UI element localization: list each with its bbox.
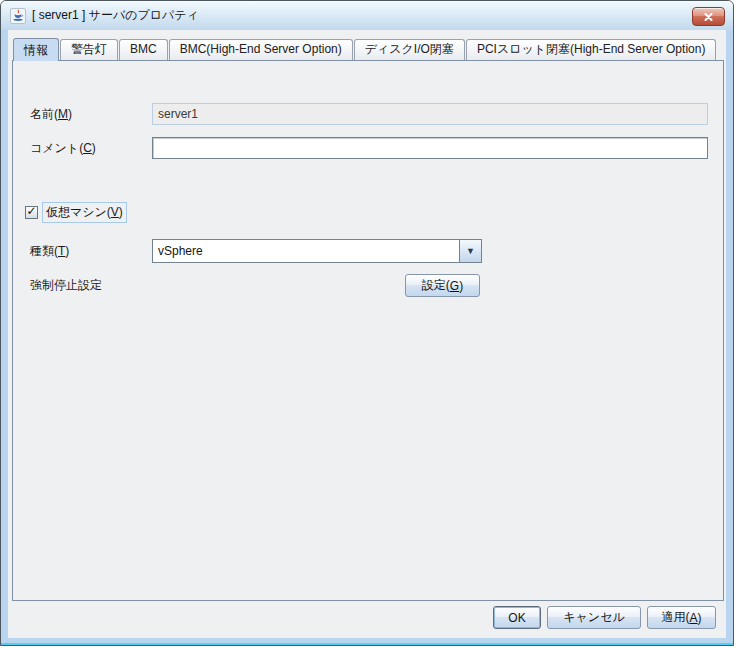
combo-arrow-button[interactable]: ▼ — [459, 240, 481, 262]
type-label: 種類(T) — [30, 239, 69, 263]
name-input — [152, 103, 708, 125]
check-icon: ✓ — [26, 205, 36, 217]
apply-button[interactable]: 適用(A) — [647, 606, 716, 629]
tab-pci-slot-blockage[interactable]: PCIスロット閉塞(High-End Server Option) — [466, 39, 717, 60]
tab-bmc[interactable]: BMC — [119, 39, 168, 60]
server-properties-window: [ server1 ] サーバのプロパティ 情報 警告灯 BMC BMC(Hig… — [0, 0, 734, 646]
virtual-machine-checkbox-label[interactable]: 仮想マシン(V) — [42, 202, 127, 223]
tab-panel-info: 名前(M) コメント(C) ✓ 仮想マシン(V) 種類(T) vSphere ▼… — [12, 60, 724, 601]
tab-bmc-high-end[interactable]: BMC(High-End Server Option) — [169, 39, 353, 60]
combo-arrow-icon: ▼ — [466, 246, 475, 256]
tab-bar: 情報 警告灯 BMC BMC(High-End Server Option) デ… — [13, 38, 717, 61]
close-button[interactable] — [692, 7, 725, 26]
titlebar: [ server1 ] サーバのプロパティ — [1, 1, 733, 30]
tab-info[interactable]: 情報 — [13, 38, 59, 61]
dialog-content: 情報 警告灯 BMC BMC(High-End Server Option) デ… — [8, 30, 726, 638]
java-cup-icon — [10, 8, 26, 24]
tab-disk-io-blockage[interactable]: ディスクI/O閉塞 — [354, 39, 465, 60]
forced-stop-settings-button[interactable]: 設定(G) — [405, 274, 480, 297]
name-label: 名前(M) — [30, 103, 72, 125]
type-select[interactable]: vSphere ▼ — [152, 239, 482, 263]
close-icon — [704, 9, 713, 24]
window-title: [ server1 ] サーバのプロパティ — [32, 7, 199, 24]
virtual-machine-row: ✓ 仮想マシン(V) — [25, 202, 127, 222]
ok-button[interactable]: OK — [493, 606, 541, 629]
frame-bottom-accent — [1, 643, 733, 645]
cancel-button[interactable]: キャンセル — [547, 606, 641, 629]
type-select-value: vSphere — [153, 240, 459, 262]
comment-label: コメント(C) — [30, 137, 96, 159]
tab-warning-light[interactable]: 警告灯 — [60, 39, 118, 60]
comment-input[interactable] — [152, 137, 708, 159]
footer-button-bar: OK キャンセル 適用(A) — [493, 606, 716, 629]
forced-stop-label: 強制停止設定 — [30, 274, 102, 297]
virtual-machine-checkbox[interactable]: ✓ — [25, 206, 38, 219]
